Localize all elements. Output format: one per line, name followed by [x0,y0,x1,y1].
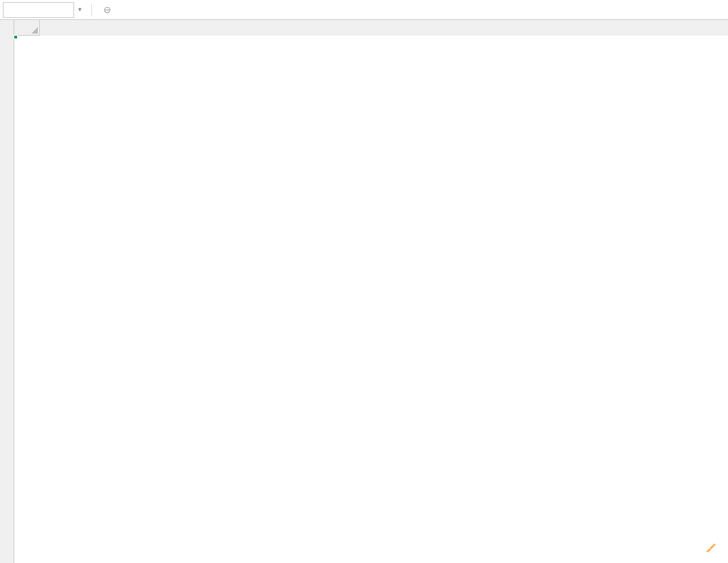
spreadsheet-grid[interactable] [14,20,728,563]
row-outline-gutter [0,20,14,563]
cell-ref-dropdown-icon[interactable]: ▼ [77,6,86,13]
column-headers [14,20,728,36]
select-all-corner[interactable] [14,20,40,36]
divider [91,4,92,16]
cell-reference-box[interactable] [3,2,74,18]
grid-wrapper [0,20,728,563]
cancel-formula-icon[interactable]: ⊖ [98,4,116,15]
selection-box [14,36,17,39]
formula-input[interactable] [133,2,725,18]
outline-levels[interactable] [0,20,14,36]
formula-bar: ▼ ⊖ [0,0,728,20]
